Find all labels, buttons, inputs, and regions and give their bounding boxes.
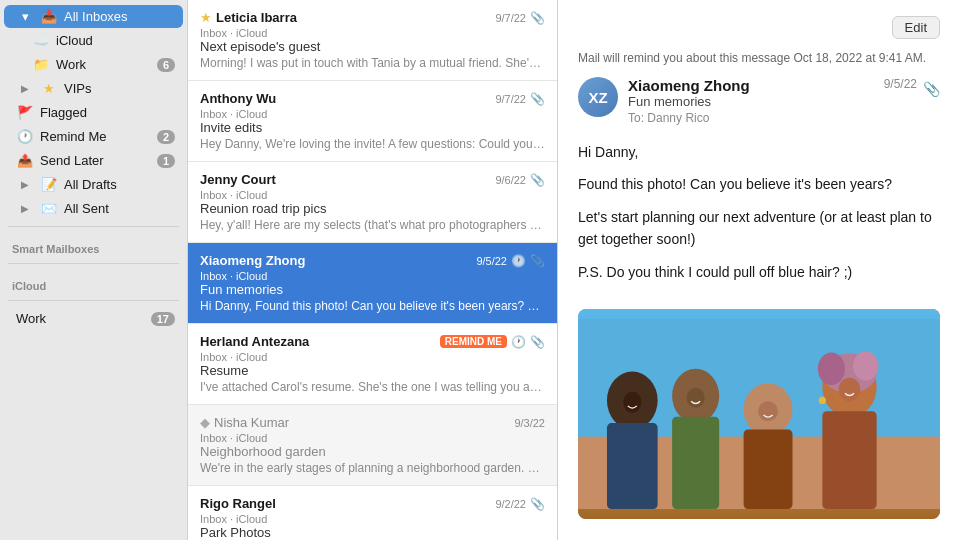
email-item-4[interactable]: Xiaomeng Zhong 9/5/22 🕐 📎 Inbox · iCloud… (188, 243, 557, 324)
email-sender: Leticia Ibarra (216, 10, 297, 25)
attachment-icon: 📎 (530, 497, 545, 511)
email-date: 9/5/22 (476, 255, 507, 267)
email-meta: Inbox · iCloud (200, 270, 545, 282)
email-list: ★ Leticia Ibarra 9/7/22 📎 Inbox · iCloud… (188, 0, 558, 540)
email-preview: Hey, y'all! Here are my selects (that's … (200, 218, 545, 232)
chevron-right-icon: ▶ (16, 203, 34, 214)
email-date: 9/7/22 (495, 93, 526, 105)
email-header-1: ★ Leticia Ibarra 9/7/22 📎 (200, 10, 545, 25)
email-header-2: Anthony Wu 9/7/22 📎 (200, 91, 545, 106)
sidebar-item-label: VIPs (64, 81, 175, 96)
sidebar-item-remind-me[interactable]: 🕐 Remind Me 2 (4, 125, 183, 148)
sent-icon: ✉️ (40, 201, 58, 216)
attachment-icon: 📎 (530, 335, 545, 349)
sender-info: Xiaomeng Zhong Fun memories To: Danny Ri… (628, 77, 874, 125)
attachment-icon: 📎 (530, 173, 545, 187)
body-line2: Let's start planning our next adventure … (578, 206, 940, 251)
send-later-badge: 1 (157, 154, 175, 168)
divider-icloud (8, 263, 179, 264)
sidebar-item-label: Remind Me (40, 129, 157, 144)
to-name: Danny Rico (647, 111, 709, 125)
detail-top-bar: Edit (578, 16, 940, 39)
body-line3: P.S. Do you think I could pull off blue … (578, 261, 940, 283)
attachment-icon: 📎 (530, 11, 545, 25)
remind-badge: REMIND ME (440, 335, 507, 348)
reminder-text: Mail will remind you about this message … (578, 51, 940, 65)
email-meta: Inbox · iCloud (200, 108, 545, 120)
sidebar-item-send-later[interactable]: 📤 Send Later 1 (4, 149, 183, 172)
email-date: 9/6/22 (495, 174, 526, 186)
clock-icon: 🕐 (511, 335, 526, 349)
to-label: To: (628, 111, 644, 125)
cloud-icon: ☁️ (32, 33, 50, 48)
chevron-right-icon: ▶ (16, 83, 34, 94)
email-sender: Anthony Wu (200, 91, 276, 106)
email-item-6[interactable]: ◆ Nisha Kumar 9/3/22 Inbox · iCloud Neig… (188, 405, 557, 486)
email-item-3[interactable]: Jenny Court 9/6/22 📎 Inbox · iCloud Reun… (188, 162, 557, 243)
sender-name: Xiaomeng Zhong (628, 77, 874, 94)
drafts-icon: 📝 (40, 177, 58, 192)
sidebar-item-work-sub[interactable]: 📁 Work 6 (4, 53, 183, 76)
divider-smart (8, 226, 179, 227)
email-header-3: Jenny Court 9/6/22 📎 (200, 172, 545, 187)
chevron-down-icon: ▾ (16, 9, 34, 24)
email-preview: We're in the early stages of planning a … (200, 461, 545, 475)
sidebar-item-all-inboxes[interactable]: ▾ 📥 All Inboxes (4, 5, 183, 28)
email-header-5: Herland Antezana REMIND ME 🕐 📎 (200, 334, 545, 349)
star-icon: ★ (40, 81, 58, 96)
email-sender: Rigo Rangel (200, 496, 276, 511)
email-sender: Jenny Court (200, 172, 276, 187)
sidebar-item-flagged[interactable]: 🚩 Flagged (4, 101, 183, 124)
sidebar-item-label: Work (16, 311, 151, 326)
email-subject: Park Photos (200, 525, 545, 540)
sidebar-item-label: Send Later (40, 153, 157, 168)
sidebar-item-work-mailbox[interactable]: Work 17 (4, 307, 183, 330)
email-meta: Inbox · iCloud (200, 351, 545, 363)
photo-content (578, 309, 940, 519)
email-item-2[interactable]: Anthony Wu 9/7/22 📎 Inbox · iCloud Invit… (188, 81, 557, 162)
dot-icon: ◆ (200, 415, 210, 430)
avatar: XZ (578, 77, 618, 117)
avatar-initials: XZ (588, 89, 607, 106)
sidebar-item-all-drafts[interactable]: ▶ 📝 All Drafts (4, 173, 183, 196)
email-subject: Resume (200, 363, 545, 378)
svg-rect-18 (578, 319, 940, 509)
sidebar-item-vips[interactable]: ▶ ★ VIPs (4, 77, 183, 100)
detail-to: To: Danny Rico (628, 111, 874, 125)
greeting: Hi Danny, (578, 141, 940, 163)
briefcase-icon: 📁 (32, 57, 50, 72)
email-subject: Reunion road trip pics (200, 201, 545, 216)
email-date: 9/7/22 (495, 12, 526, 24)
sidebar-item-icloud[interactable]: ☁️ iCloud (4, 29, 183, 52)
edit-button[interactable]: Edit (892, 16, 940, 39)
work-mailbox-badge: 17 (151, 312, 175, 326)
email-header-7: Rigo Rangel 9/2/22 📎 (200, 496, 545, 511)
remind-me-badge: 2 (157, 130, 175, 144)
work-badge: 6 (157, 58, 175, 72)
email-item-5[interactable]: Herland Antezana REMIND ME 🕐 📎 Inbox · i… (188, 324, 557, 405)
body-line1: Found this photo! Can you believe it's b… (578, 173, 940, 195)
email-subject: Invite edits (200, 120, 545, 135)
sidebar-item-label: Flagged (40, 105, 175, 120)
detail-date: 9/5/22 (884, 77, 917, 91)
star-icon: ★ (200, 10, 212, 25)
sidebar-item-all-sent[interactable]: ▶ ✉️ All Sent (4, 197, 183, 220)
email-meta: Inbox · iCloud (200, 189, 545, 201)
icloud-label: iCloud (0, 270, 187, 294)
email-sender: Nisha Kumar (214, 415, 289, 430)
email-header-4: Xiaomeng Zhong 9/5/22 🕐 📎 (200, 253, 545, 268)
attachment-icon: 📎 (530, 254, 545, 268)
attachment-icon: 📎 (923, 81, 940, 97)
email-subject: Next episode's guest (200, 39, 545, 54)
send-later-icon: 📤 (16, 153, 34, 168)
email-preview: I've attached Carol's resume. She's the … (200, 380, 545, 394)
email-item-1[interactable]: ★ Leticia Ibarra 9/7/22 📎 Inbox · iCloud… (188, 0, 557, 81)
divider-work (8, 300, 179, 301)
email-item-7[interactable]: Rigo Rangel 9/2/22 📎 Inbox · iCloud Park… (188, 486, 557, 540)
email-subject: Neighborhood garden (200, 444, 545, 459)
sidebar: ▾ 📥 All Inboxes ☁️ iCloud 📁 Work 6 ▶ ★ V… (0, 0, 188, 540)
email-meta: Inbox · iCloud (200, 27, 545, 39)
tray-icon: 📥 (40, 9, 58, 24)
detail-header: XZ Xiaomeng Zhong Fun memories To: Danny… (578, 77, 940, 125)
smart-mailboxes-label: Smart Mailboxes (0, 233, 187, 257)
